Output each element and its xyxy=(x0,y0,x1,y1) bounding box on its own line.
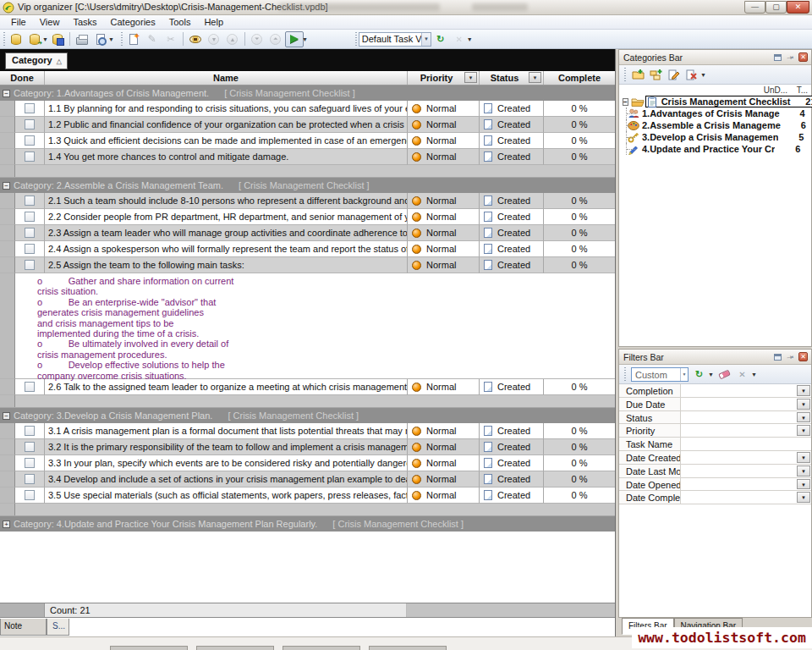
filter-value-field[interactable] xyxy=(681,411,796,424)
tree-item-row[interactable]: 4.Update and Practice Your Cr66 xyxy=(627,143,812,155)
task-row[interactable]: 2.4 Assign a spokesperson who will forma… xyxy=(0,241,615,257)
task-row[interactable]: 1.1 By planning for and responding to cr… xyxy=(0,101,615,117)
status-cell[interactable]: Created xyxy=(480,257,544,273)
pin-panel-button[interactable]: 📌︎ xyxy=(785,52,796,63)
filter-dropdown-button[interactable]: ▼ xyxy=(797,385,810,396)
done-checkbox[interactable] xyxy=(25,151,35,162)
done-checkbox[interactable] xyxy=(25,103,35,113)
task-row[interactable]: 1.2 Public and financial confidence of y… xyxy=(0,117,615,133)
view-task-button[interactable] xyxy=(186,31,205,47)
menu-item-file[interactable]: File xyxy=(5,16,32,28)
priority-cell[interactable]: Normal xyxy=(408,133,480,149)
priority-cell[interactable]: Normal xyxy=(408,455,480,471)
done-checkbox[interactable] xyxy=(25,458,35,468)
status-cell[interactable]: Created xyxy=(480,133,544,149)
filter-dropdown-button[interactable]: ▼ xyxy=(797,492,810,503)
task-row[interactable]: 3.4 Develop and include a set of actions… xyxy=(0,471,615,488)
column-header-name[interactable]: Name xyxy=(45,71,408,85)
menu-item-categories[interactable]: Categories xyxy=(105,16,162,28)
done-checkbox[interactable] xyxy=(25,382,35,392)
filter-dropdown-button[interactable]: ▼ xyxy=(797,452,810,463)
toolbar-grip[interactable] xyxy=(3,32,5,46)
task-row[interactable]: 2.2 Consider people from PR department, … xyxy=(0,209,615,225)
task-row[interactable]: 2.1 Such a team should include 8-10 pers… xyxy=(0,193,615,209)
note-tab-note[interactable]: Note xyxy=(0,619,47,636)
category-tree-item[interactable]: 2.Assemble a Crisis Manageme66 xyxy=(619,119,811,131)
category-row[interactable]: −Category: 3.Develop a Crisis Management… xyxy=(0,408,615,423)
done-checkbox[interactable] xyxy=(25,244,35,254)
priority-cell[interactable]: Normal xyxy=(408,439,480,455)
delete-task-button[interactable]: ✂ xyxy=(162,31,180,47)
title-bar[interactable]: Vip organizer [C:\Users\dmitry\Desktop\C… xyxy=(0,0,812,15)
chevron-down-icon[interactable]: ▼ xyxy=(421,33,431,46)
priority-cell[interactable]: Normal xyxy=(408,101,480,117)
status-filter-dropdown[interactable]: ▼ xyxy=(529,72,541,83)
status-cell[interactable]: Created xyxy=(480,488,544,504)
menu-item-help[interactable]: Help xyxy=(198,16,229,28)
note-tab-subtasks[interactable]: S... xyxy=(47,619,69,636)
chevron-down-icon[interactable]: ▼ xyxy=(680,368,688,381)
close-panel-button[interactable]: ✕ xyxy=(798,52,809,63)
chevron-down-icon[interactable]: ▼ xyxy=(108,36,114,42)
pin-panel-button[interactable]: 📌︎ xyxy=(785,352,796,362)
move-bottom-button[interactable]: ⏷ xyxy=(248,31,266,47)
open-database-button[interactable] xyxy=(25,31,44,47)
task-row[interactable]: 3.5 Use special materials (such as offic… xyxy=(0,488,615,504)
status-cell[interactable]: Created xyxy=(480,471,544,488)
category-tree-item[interactable]: −Crisis Management Checklist2121 xyxy=(619,96,811,107)
done-checkbox[interactable] xyxy=(25,426,35,436)
filter-value-field[interactable] xyxy=(681,438,811,450)
delete-category-button[interactable] xyxy=(684,68,699,82)
priority-cell[interactable]: Normal xyxy=(408,117,480,133)
filter-dropdown-button[interactable]: ▼ xyxy=(797,465,810,476)
filter-preset-combo[interactable]: Custom ▼ xyxy=(631,367,689,382)
edit-category-button[interactable] xyxy=(667,68,681,82)
collapse-icon[interactable]: − xyxy=(3,90,10,97)
done-checkbox[interactable] xyxy=(25,196,35,206)
column-header-priority[interactable]: Priority▼ xyxy=(408,71,480,85)
new-task-button[interactable] xyxy=(124,31,143,47)
apply-view-button[interactable]: ↻ xyxy=(431,31,450,47)
priority-cell[interactable]: Normal xyxy=(408,379,480,395)
collapse-icon[interactable]: − xyxy=(3,412,10,420)
category-tree-item[interactable]: 1.Advantages of Crisis Manage44 xyxy=(619,107,811,119)
tree-item-row[interactable]: Crisis Management Checklist2121 xyxy=(645,96,812,107)
menu-item-view[interactable]: View xyxy=(34,16,66,28)
new-database-button[interactable] xyxy=(7,31,25,47)
clear-filter-button[interactable]: ✕ xyxy=(735,367,749,382)
add-subcategory-button[interactable] xyxy=(649,68,663,82)
column-header-status[interactable]: Status▼ xyxy=(480,71,544,85)
done-checkbox[interactable] xyxy=(25,474,35,484)
collapse-icon[interactable]: − xyxy=(623,98,628,106)
tree-item-row[interactable]: 3.Develop a Crisis Managemen55 xyxy=(627,131,812,143)
close-panel-button[interactable]: ✕ xyxy=(798,352,809,362)
priority-cell[interactable]: Normal xyxy=(408,241,480,257)
task-row[interactable]: 3.2 It is the primary responsibility of … xyxy=(0,439,615,455)
status-cell[interactable]: Created xyxy=(480,455,544,471)
chevron-down-icon[interactable]: ▼ xyxy=(302,36,308,42)
status-cell[interactable]: Created xyxy=(480,117,544,133)
status-cell[interactable]: Created xyxy=(480,209,544,225)
filter-value-field[interactable] xyxy=(681,424,796,437)
task-row[interactable]: 2.6 Talk to the assigned team leader to … xyxy=(0,379,615,395)
category-row[interactable]: −Category: 2.Assemble a Crisis Managemen… xyxy=(0,178,615,193)
done-checkbox[interactable] xyxy=(25,119,35,129)
task-row[interactable]: 1.3 Quick and efficient decisions can be… xyxy=(0,133,615,149)
tree-item-row[interactable]: 1.Advantages of Crisis Manage44 xyxy=(627,107,812,119)
filter-value-field[interactable] xyxy=(681,384,796,397)
done-checkbox[interactable] xyxy=(25,260,35,270)
filter-value-field[interactable] xyxy=(681,465,796,477)
column-header-complete[interactable]: Complete xyxy=(544,71,615,85)
save-database-button[interactable] xyxy=(48,31,67,47)
filter-dropdown-button[interactable]: ▼ xyxy=(797,399,810,410)
erase-filter-button[interactable] xyxy=(717,367,732,382)
chevron-down-icon[interactable]: ▼ xyxy=(42,36,48,42)
category-tree-item[interactable]: 3.Develop a Crisis Managemen55 xyxy=(619,131,811,143)
filter-dropdown-button[interactable]: ▼ xyxy=(797,479,810,490)
chevron-down-icon[interactable]: ▼ xyxy=(751,372,757,377)
priority-cell[interactable]: Normal xyxy=(408,225,480,241)
column-header-total[interactable]: T... xyxy=(787,85,808,96)
status-cell[interactable]: Created xyxy=(480,423,544,439)
status-cell[interactable]: Created xyxy=(480,101,544,117)
status-cell[interactable]: Created xyxy=(480,193,544,209)
